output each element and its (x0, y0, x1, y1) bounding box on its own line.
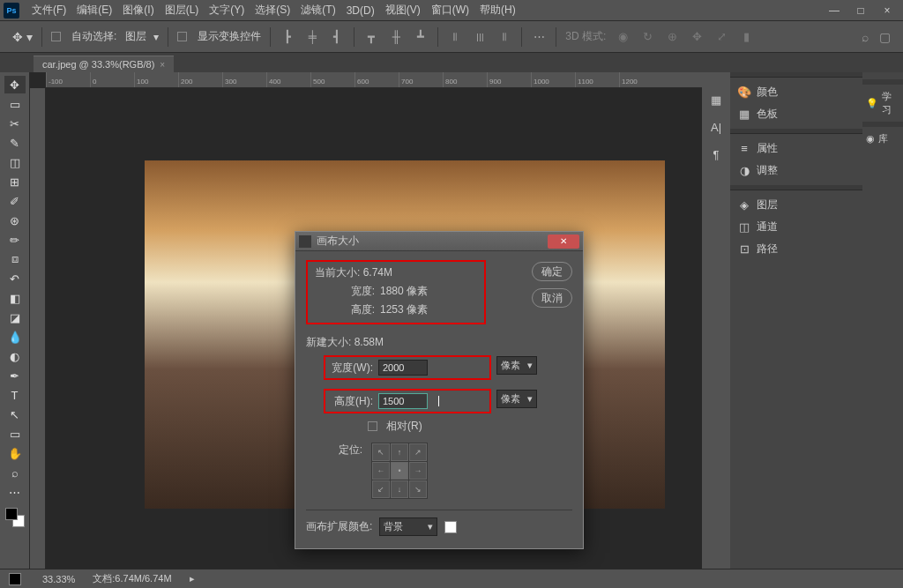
width-input[interactable] (378, 360, 428, 376)
history-brush-tool[interactable]: ↶ (4, 270, 26, 287)
menu-filter[interactable]: 滤镜(T) (295, 3, 340, 18)
tab-close-icon[interactable]: × (160, 60, 165, 70)
panel-swatches[interactable]: ▦色板 (735, 103, 857, 125)
window-minimize-button[interactable]: — (822, 2, 847, 19)
marquee-tool[interactable]: ▭ (4, 95, 26, 113)
relative-checkbox[interactable] (368, 421, 377, 431)
current-height-value: 1253 像素 (380, 302, 428, 317)
lasso-tool[interactable]: ✂ (4, 115, 26, 132)
distribute-icon-2[interactable]: ⫼ (472, 30, 488, 43)
panel-properties[interactable]: ≡属性 (735, 138, 857, 160)
dodge-tool[interactable]: ◐ (4, 347, 26, 365)
paragraph-icon[interactable]: ¶ (713, 148, 720, 161)
blur-tool[interactable]: 💧 (4, 328, 26, 346)
align-icon-3[interactable]: ┫ (329, 30, 345, 43)
3d-icon-2[interactable]: ↻ (639, 30, 655, 43)
anchor-label: 定位: (306, 443, 362, 458)
width-unit-select[interactable]: 像素▾ (496, 356, 537, 375)
heal-tool[interactable]: ⊛ (4, 212, 26, 229)
panel-adjustments[interactable]: ◑调整 (735, 160, 857, 182)
height-unit-select[interactable]: 像素▾ (496, 390, 537, 408)
history-icon[interactable]: ▦ (711, 93, 721, 107)
window-close-button[interactable]: × (875, 2, 899, 19)
3d-icon-1[interactable]: ◉ (615, 30, 631, 43)
quick-select-tool[interactable]: ✎ (4, 134, 26, 152)
panel-library[interactable]: ◉库 (862, 127, 903, 151)
move-tool[interactable]: ✥ (4, 76, 26, 93)
workspace-icon[interactable]: ▢ (879, 30, 891, 44)
dialog-titlebar[interactable]: 画布大小 ✕ (295, 232, 583, 251)
extension-color-select[interactable]: 背景▾ (379, 517, 437, 536)
menu-help[interactable]: 帮助(H) (474, 3, 521, 18)
menu-view[interactable]: 视图(V) (380, 3, 426, 18)
fg-color[interactable] (5, 508, 18, 520)
panel-color[interactable]: 🎨颜色 (735, 81, 857, 103)
gradient-tool[interactable]: ◪ (4, 309, 26, 326)
extension-color-swatch[interactable] (444, 521, 457, 533)
crop-tool[interactable]: ◫ (4, 153, 26, 171)
distribute-icon-3[interactable]: ⫴ (496, 30, 512, 44)
menu-file[interactable]: 文件(F) (26, 3, 71, 18)
align-icon-5[interactable]: ╫ (388, 30, 404, 43)
menu-layer[interactable]: 图层(L) (160, 3, 205, 18)
edit-toolbar[interactable]: ⋯ (4, 483, 26, 501)
color-swatches[interactable] (5, 508, 25, 527)
search-icon[interactable]: ⌕ (862, 30, 869, 44)
cancel-button[interactable]: 取消 (532, 288, 572, 308)
panel-channels[interactable]: ◫通道 (735, 216, 857, 238)
anchor-grid[interactable]: ↖↑↗ ←•→ ↙↓↘ (371, 443, 428, 499)
menu-window[interactable]: 窗口(W) (426, 3, 474, 18)
document-tab[interactable]: car.jpeg @ 33.3%(RGB/8) × (34, 56, 174, 72)
height-input[interactable] (378, 393, 428, 409)
frame-tool[interactable]: ⊞ (4, 173, 26, 190)
panel-paths[interactable]: ⊡路径 (735, 238, 857, 260)
swatches-icon: ▦ (737, 108, 751, 121)
3d-icon-6[interactable]: ▮ (738, 30, 754, 43)
3d-icon-4[interactable]: ✥ (689, 30, 705, 43)
type-tool[interactable]: T (4, 386, 26, 404)
align-icon-6[interactable]: ┻ (413, 30, 429, 43)
layers-icon: ◈ (737, 198, 751, 212)
status-arrow-icon[interactable]: ▸ (190, 573, 195, 584)
menu-edit[interactable]: 编辑(E) (71, 3, 117, 18)
stamp-tool[interactable]: ⧈ (4, 250, 26, 268)
distribute-icon[interactable]: ⫴ (447, 30, 463, 44)
tab-title: car.jpeg @ 33.3%(RGB/8) (42, 59, 154, 70)
hand-tool[interactable]: ✋ (4, 444, 26, 462)
menu-select[interactable]: 选择(S) (250, 3, 295, 18)
channels-icon: ◫ (737, 220, 751, 234)
ok-button[interactable]: 确定 (532, 262, 572, 281)
current-size-section: 当前大小: 6.74M 宽度:1880 像素 高度:1253 像素 (306, 260, 486, 324)
adjustments-icon: ◑ (737, 164, 751, 177)
auto-select-target[interactable]: 图层 ▾ (125, 29, 159, 44)
align-icon-4[interactable]: ┳ (363, 30, 379, 43)
zoom-tool[interactable]: ⌕ (4, 464, 26, 481)
panel-layers[interactable]: ◈图层 (735, 194, 857, 216)
menu-image[interactable]: 图像(I) (117, 3, 159, 18)
char-icon[interactable]: A| (711, 121, 721, 134)
align-icon-2[interactable]: ╪ (304, 30, 320, 43)
properties-icon: ≡ (737, 142, 751, 155)
pen-tool[interactable]: ✒ (4, 367, 26, 384)
dialog-close-button[interactable]: ✕ (548, 234, 579, 249)
brush-tool[interactable]: ✏ (4, 231, 26, 249)
dialog-icon (299, 235, 311, 248)
menu-bar: Ps 文件(F) 编辑(E) 图像(I) 图层(L) 文字(Y) 选择(S) 滤… (0, 0, 903, 21)
panel-learn[interactable]: 💡学习 (862, 85, 903, 122)
show-transform-toggle[interactable]: 显示变换控件 (177, 29, 261, 44)
align-icon[interactable]: ┣ (280, 30, 295, 43)
doc-size[interactable]: 文档:6.74M/6.74M (93, 572, 171, 585)
3d-icon-3[interactable]: ⊕ (664, 30, 680, 43)
paths-icon: ⊡ (737, 242, 751, 256)
more-icon[interactable]: ⋯ (531, 30, 547, 43)
path-select-tool[interactable]: ↖ (4, 406, 26, 423)
zoom-level[interactable]: 33.33% (42, 574, 75, 584)
eyedropper-tool[interactable]: ✐ (4, 192, 26, 210)
3d-icon-5[interactable]: ⤢ (713, 30, 729, 43)
menu-type[interactable]: 文字(Y) (204, 3, 250, 18)
auto-select-toggle[interactable]: 自动选择: (51, 29, 116, 44)
window-maximize-button[interactable]: □ (848, 2, 873, 19)
menu-3d[interactable]: 3D(D) (341, 4, 380, 17)
shape-tool[interactable]: ▭ (4, 425, 26, 443)
eraser-tool[interactable]: ◧ (4, 289, 26, 307)
